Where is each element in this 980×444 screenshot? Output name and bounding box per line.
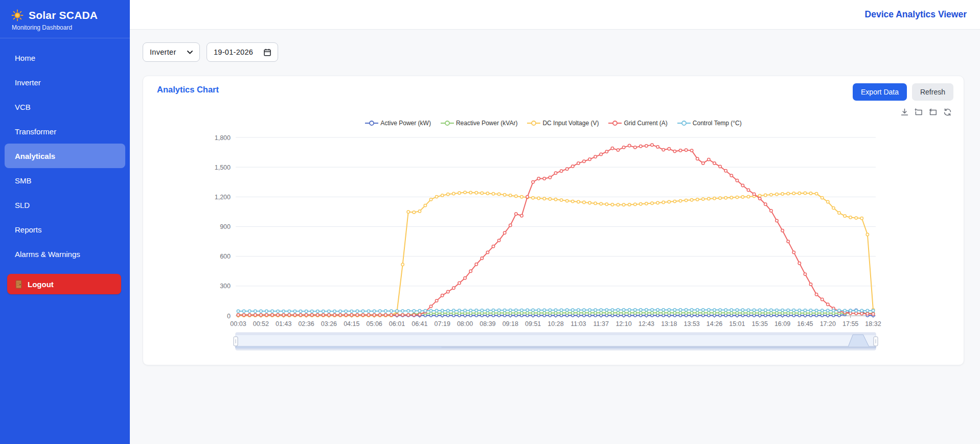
x-axis-label: 03:26 [321, 320, 337, 328]
x-axis-label: 16:45 [797, 320, 813, 328]
logout-label: Logout [28, 280, 54, 289]
x-axis-label: 09:18 [503, 320, 518, 328]
y-axis-label: 600 [220, 253, 231, 260]
x-axis-label: 10:28 [548, 320, 563, 328]
sidebar-item-transformer[interactable]: Transformer [5, 119, 125, 144]
x-axis-label: 17:55 [842, 320, 858, 328]
date-picker-value: 19-01-2026 [214, 48, 253, 56]
y-axis-label: 1,800 [215, 134, 231, 142]
x-axis-label: 01:43 [276, 320, 291, 328]
sidebar-item-sld[interactable]: SLD [5, 193, 125, 217]
sidebar-item-smb[interactable]: SMB [5, 168, 125, 193]
x-axis-label: 18:32 [865, 320, 881, 328]
y-axis-label: 300 [220, 283, 231, 290]
y-axis-label: 1,200 [215, 194, 231, 201]
x-axis-label: 12:43 [639, 320, 654, 328]
sidebar-nav: HomeInverterVCBTransformerAnalyticalsSMB… [0, 45, 130, 266]
x-axis-label: 00:52 [253, 320, 269, 328]
sidebar-item-reports[interactable]: Reports [5, 217, 125, 242]
logout-button[interactable]: Logout [7, 274, 121, 294]
series-grid-current-a- [237, 144, 874, 316]
x-axis-label: 14:26 [706, 320, 722, 328]
x-axis-label: 02:36 [298, 320, 314, 328]
x-axis-label: 17:20 [820, 320, 836, 328]
x-axis-label: 07:19 [435, 320, 450, 328]
sidebar-header: Solar SCADA Monitoring Dashboard [0, 0, 130, 38]
top-header: Device Analytics Viewer [130, 0, 980, 30]
x-axis-label: 04:15 [344, 320, 359, 328]
sun-logo-icon [11, 9, 24, 21]
datazoom-top-strip [236, 333, 876, 335]
y-axis-label: 0 [227, 313, 231, 320]
main-content: Inverter 19-01-2026 Analytics Chart Expo… [130, 30, 980, 444]
app-title: Solar SCADA [29, 9, 98, 21]
x-axis-label: 08:00 [457, 320, 473, 328]
x-axis-label: 08:39 [480, 320, 495, 328]
sidebar-item-home[interactable]: Home [5, 45, 125, 70]
x-axis-label: 15:01 [729, 320, 745, 328]
analytics-chart-card: Analytics Chart Export Data Refresh [143, 76, 964, 365]
sidebar-item-analyticals[interactable]: Analyticals [5, 144, 125, 168]
x-axis-label: 13:53 [684, 320, 700, 328]
x-axis-label: 00:03 [230, 320, 246, 328]
device-select[interactable]: Inverter [143, 42, 200, 62]
x-axis-label: 15:35 [752, 320, 768, 328]
sidebar-item-vcb[interactable]: VCB [5, 95, 125, 119]
x-axis-label: 11:03 [571, 320, 586, 328]
series-dc-input-voltage-v- [237, 191, 874, 317]
x-axis-label: 05:06 [367, 320, 382, 328]
x-axis-label: 06:41 [412, 320, 427, 328]
app-subtitle: Monitoring Dashboard [12, 24, 120, 31]
y-axis-label: 1,500 [215, 164, 231, 171]
sidebar-item-alarms-warnings[interactable]: Alarms & Warnings [5, 242, 125, 266]
device-select-value: Inverter [150, 48, 176, 56]
x-axis-label: 11:37 [594, 320, 609, 328]
chevron-down-icon [187, 51, 193, 54]
y-axis-label: 900 [220, 223, 231, 230]
sidebar: Solar SCADA Monitoring Dashboard HomeInv… [0, 0, 130, 444]
filter-bar: Inverter 19-01-2026 [143, 42, 278, 62]
date-picker[interactable]: 19-01-2026 [207, 42, 278, 62]
x-axis-label: 16:09 [774, 320, 790, 328]
door-icon [15, 280, 22, 289]
page-title: Device Analytics Viewer [865, 9, 967, 20]
analytics-chart[interactable]: 03006009001,2001,5001,80000:0300:5201:43… [143, 76, 964, 365]
x-axis-label: 09:51 [525, 320, 541, 328]
x-axis-label: 06:01 [389, 320, 405, 328]
x-axis-label: 13:18 [661, 320, 677, 328]
calendar-icon [264, 49, 271, 56]
sidebar-item-inverter[interactable]: Inverter [5, 70, 125, 95]
x-axis-label: 12:10 [616, 320, 631, 328]
